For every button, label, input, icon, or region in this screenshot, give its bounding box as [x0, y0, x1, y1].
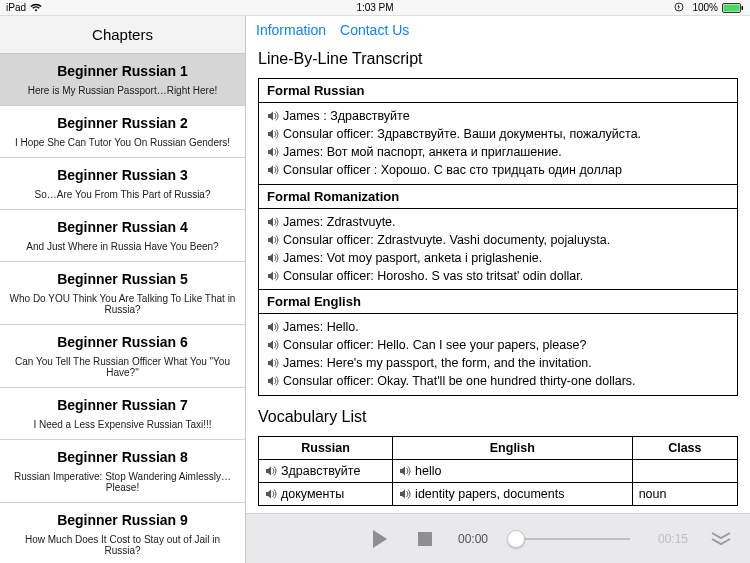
- sidebar: Chapters Beginner Russian 1Here is My Ru…: [0, 16, 246, 563]
- chapter-item[interactable]: Beginner Russian 3So…Are You From This P…: [0, 158, 245, 210]
- transcript-line: James: Here's my passport, the form, and…: [267, 354, 729, 372]
- chapter-title: Beginner Russian 9: [8, 512, 237, 528]
- transcript-line-text: James: Zdrastvuyte.: [283, 213, 396, 231]
- chapter-item[interactable]: Beginner Russian 1Here is My Russian Pas…: [0, 54, 245, 106]
- seek-knob[interactable]: [507, 530, 525, 548]
- transcript-line: Consular officer : Хорошо. С вас сто три…: [267, 161, 729, 179]
- status-left: iPad: [6, 2, 42, 13]
- speaker-icon[interactable]: [265, 465, 277, 477]
- transcript-line-text: James: Hello.: [283, 318, 359, 336]
- transcript-line-text: Consular officer: Okay. That'll be one h…: [283, 372, 636, 390]
- speaker-icon[interactable]: [267, 234, 279, 246]
- transcript-line-text: Consular officer: Здравствуйте. Ваши док…: [283, 125, 641, 143]
- tab-information[interactable]: Information: [256, 22, 326, 38]
- transcript-line: Consular officer: Okay. That'll be one h…: [267, 372, 729, 390]
- vocab-header-row: Russian English Class: [259, 436, 738, 459]
- transcript-section-header: Formal English: [259, 289, 737, 314]
- sidebar-header: Chapters: [0, 16, 245, 54]
- chapter-item[interactable]: Beginner Russian 9How Much Does It Cost …: [0, 503, 245, 563]
- transcript-line: James: Вот мой паспорт, анкета и приглаш…: [267, 143, 729, 161]
- transcript-section-header: Formal Romanization: [259, 184, 737, 209]
- chapter-subtitle: Russian Imperative: Stop Wandering Aimle…: [8, 471, 237, 493]
- chapter-title: Beginner Russian 8: [8, 449, 237, 465]
- speaker-icon[interactable]: [399, 465, 411, 477]
- transcript-line-text: Consular officer: Hello. Can I see your …: [283, 336, 586, 354]
- transcript-line: James: Vot moy pasport, anketa i priglas…: [267, 249, 729, 267]
- speaker-icon[interactable]: [267, 110, 279, 122]
- chapter-title: Beginner Russian 2: [8, 115, 237, 131]
- vocab-row: Здравствуйтеhello: [259, 459, 738, 482]
- battery-icon: [722, 3, 744, 13]
- speaker-icon[interactable]: [267, 339, 279, 351]
- collapse-icon[interactable]: [710, 530, 732, 548]
- chapter-subtitle: Can You Tell The Russian Officer What Yo…: [8, 356, 237, 378]
- main-panel: Information Contact Us Line-By-Line Tran…: [246, 16, 750, 563]
- speaker-icon[interactable]: [267, 270, 279, 282]
- transcript-box: Formal RussianJames : ЗдравствуйтеConsul…: [258, 78, 738, 396]
- speaker-icon[interactable]: [399, 488, 411, 500]
- transcript-line: Consular officer: Horosho. S vas sto tri…: [267, 267, 729, 285]
- vocab-table: Russian English Class Здравствуйтеhelloд…: [258, 436, 738, 506]
- transcript-heading: Line-By-Line Transcript: [258, 50, 738, 68]
- tab-contact-us[interactable]: Contact Us: [340, 22, 409, 38]
- time-current: 00:00: [458, 532, 488, 546]
- chapter-subtitle: Who Do YOU Think You Are Talking To Like…: [8, 293, 237, 315]
- svg-rect-4: [418, 532, 432, 546]
- vocab-row: документыidentity papers, documentsnoun: [259, 482, 738, 505]
- transcript-line-text: Consular officer: Zdrastvuyte. Vashi doc…: [283, 231, 610, 249]
- chapter-item[interactable]: Beginner Russian 2I Hope She Can Tutor Y…: [0, 106, 245, 158]
- tab-bar: Information Contact Us: [246, 16, 750, 42]
- chapter-subtitle: I Need a Less Expensive Russian Taxi!!!: [8, 419, 237, 430]
- transcript-line: Consular officer: Zdrastvuyte. Vashi doc…: [267, 231, 729, 249]
- vocab-cell-russian: Здравствуйте: [259, 459, 393, 482]
- chapter-item[interactable]: Beginner Russian 5Who Do YOU Think You A…: [0, 262, 245, 325]
- vocab-heading: Vocabulary List: [258, 408, 738, 426]
- transcript-line: James: Zdrastvuyte.: [267, 213, 729, 231]
- transcript-section-body: James : ЗдравствуйтеConsular officer: Зд…: [259, 103, 737, 184]
- chapter-item[interactable]: Beginner Russian 8Russian Imperative: St…: [0, 440, 245, 503]
- speaker-icon[interactable]: [267, 146, 279, 158]
- chapter-item[interactable]: Beginner Russian 4And Just Where in Russ…: [0, 210, 245, 262]
- chapter-list: Beginner Russian 1Here is My Russian Pas…: [0, 54, 245, 563]
- transcript-line-text: James: Vot moy pasport, anketa i priglas…: [283, 249, 542, 267]
- speaker-icon[interactable]: [265, 488, 277, 500]
- speaker-icon[interactable]: [267, 357, 279, 369]
- chapter-item[interactable]: Beginner Russian 7I Need a Less Expensiv…: [0, 388, 245, 440]
- chapter-item[interactable]: Beginner Russian 6Can You Tell The Russi…: [0, 325, 245, 388]
- speaker-icon[interactable]: [267, 216, 279, 228]
- chapter-title: Beginner Russian 6: [8, 334, 237, 350]
- chapter-subtitle: Here is My Russian Passport…Right Here!: [8, 85, 237, 96]
- chapter-title: Beginner Russian 4: [8, 219, 237, 235]
- transcript-line-text: James : Здравствуйте: [283, 107, 410, 125]
- transcript-line: James: Hello.: [267, 318, 729, 336]
- transcript-section-header: Formal Russian: [259, 79, 737, 103]
- play-button[interactable]: [366, 526, 392, 552]
- speaker-icon[interactable]: [267, 321, 279, 333]
- vocab-cell-class: noun: [632, 482, 737, 505]
- chapter-title: Beginner Russian 1: [8, 63, 237, 79]
- chapter-subtitle: How Much Does It Cost to Stay out of Jai…: [8, 534, 237, 556]
- charging-icon: [674, 2, 688, 14]
- seek-slider[interactable]: [516, 538, 630, 540]
- status-right: 100%: [674, 2, 744, 14]
- transcript-section-body: James: Hello.Consular officer: Hello. Ca…: [259, 314, 737, 395]
- audio-player: 00:00 00:15: [246, 513, 750, 563]
- vocab-header-russian: Russian: [259, 436, 393, 459]
- wifi-icon: [30, 3, 42, 12]
- battery-pct: 100%: [692, 2, 718, 13]
- transcript-line: Consular officer: Здравствуйте. Ваши док…: [267, 125, 729, 143]
- transcript-section-body: James: Zdrastvuyte.Consular officer: Zdr…: [259, 209, 737, 290]
- speaker-icon[interactable]: [267, 128, 279, 140]
- speaker-icon[interactable]: [267, 375, 279, 387]
- stop-button[interactable]: [414, 528, 436, 550]
- vocab-header-english: English: [393, 436, 633, 459]
- speaker-icon[interactable]: [267, 164, 279, 176]
- chapter-title: Beginner Russian 3: [8, 167, 237, 183]
- speaker-icon[interactable]: [267, 252, 279, 264]
- transcript-line-text: Consular officer : Хорошо. С вас сто три…: [283, 161, 622, 179]
- time-total: 00:15: [658, 532, 688, 546]
- vocab-cell-english: identity papers, documents: [393, 482, 633, 505]
- svg-rect-2: [724, 4, 740, 11]
- content-area: Line-By-Line Transcript Formal RussianJa…: [246, 42, 750, 513]
- transcript-line-text: James: Here's my passport, the form, and…: [283, 354, 592, 372]
